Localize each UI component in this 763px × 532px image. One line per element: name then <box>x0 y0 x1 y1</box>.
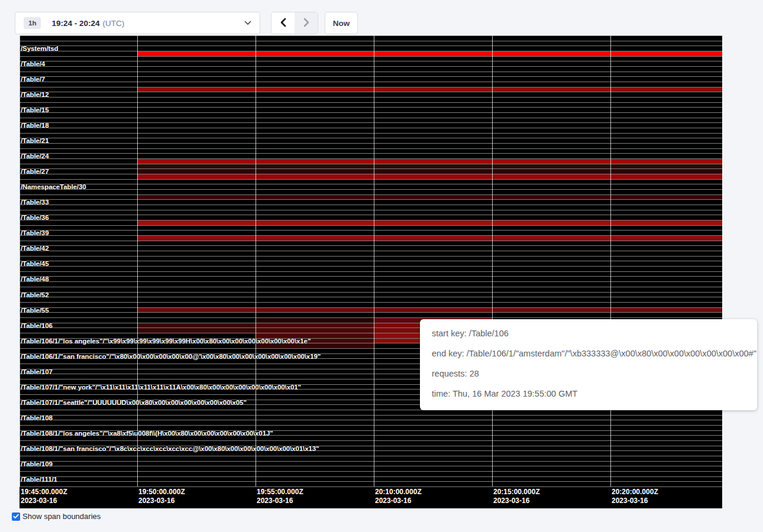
axis-time: 19:55:00.000Z <box>257 488 303 497</box>
tooltip-end-key: end key: /Table/106/1/"amsterdam"/"\xb33… <box>432 348 745 360</box>
row-label: /Table/42 <box>21 245 49 252</box>
span-boundary-line <box>20 112 722 113</box>
key-visualizer-canvas[interactable]: /System/tsd/Table/4/Table/7/Table/12/Tab… <box>20 35 722 508</box>
span-boundary-line <box>20 486 722 487</box>
span-boundary-line <box>20 164 722 164</box>
row-label: /Table/109 <box>21 460 53 468</box>
span-boundary-line <box>20 440 722 441</box>
span-boundary-line <box>20 292 722 293</box>
row-label: /Table/27 <box>21 168 49 176</box>
heatmap-band[interactable] <box>137 236 722 241</box>
span-boundary-line <box>20 317 722 318</box>
span-boundary-line <box>20 251 722 251</box>
time-axis-label: 20:15:00.000Z2023-03-16 <box>493 488 540 505</box>
time-range-select[interactable]: 1h 19:24 - 20:24 (UTC) <box>15 12 260 34</box>
span-boundary-line <box>20 215 722 215</box>
chevron-down-icon <box>244 21 251 25</box>
span-boundary-line <box>20 102 722 103</box>
span-boundary-line <box>20 415 722 416</box>
heatmap-band[interactable] <box>256 328 374 333</box>
row-label: /Table/107/1/"new york"/"\x11\x11\x11\x1… <box>21 384 301 391</box>
footer: Show span boundaries <box>12 512 101 521</box>
row-label: /Table/15 <box>21 106 49 114</box>
column-gridline <box>20 35 20 486</box>
row-label: /Table/108 <box>21 414 53 422</box>
heatmap-band[interactable] <box>137 159 722 164</box>
axis-date: 2023-03-16 <box>612 497 658 505</box>
span-boundary-line <box>20 225 722 226</box>
row-label: /Table/24 <box>21 153 49 160</box>
span-boundary-line <box>20 194 722 195</box>
span-boundary-line <box>20 61 722 61</box>
span-boundary-line <box>20 256 722 257</box>
row-label: /Table/18 <box>21 122 49 129</box>
chevron-left-icon <box>280 18 287 29</box>
hover-tooltip: start key: /Table/106 end key: /Table/10… <box>420 319 757 410</box>
span-boundary-line <box>20 46 722 46</box>
span-boundary-line <box>20 281 722 282</box>
heatmap-band[interactable] <box>137 174 722 179</box>
span-boundary-line <box>20 461 722 462</box>
axis-time: 19:50:00.000Z <box>138 488 185 497</box>
span-boundary-line <box>20 481 722 482</box>
heatmap-band[interactable] <box>137 87 722 92</box>
axis-date: 2023-03-16 <box>21 497 67 505</box>
span-boundary-line <box>20 184 722 184</box>
column-gridline <box>374 35 374 486</box>
chevron-right-icon <box>303 18 310 29</box>
span-boundary-line <box>20 87 722 87</box>
span-boundary-line <box>20 189 722 190</box>
heatmap-band[interactable] <box>137 328 256 333</box>
span-boundary-line <box>20 235 722 236</box>
span-boundary-line <box>20 261 722 261</box>
row-label: /Table/107 <box>21 368 53 376</box>
now-button[interactable]: Now <box>325 12 358 34</box>
tooltip-start-key: start key: /Table/106 <box>432 327 745 340</box>
heatmap-band[interactable] <box>256 323 374 328</box>
duration-badge: 1h <box>24 17 41 29</box>
row-label: /Table/45 <box>21 260 49 268</box>
span-boundary-line <box>20 266 722 267</box>
time-axis-label: 19:45:00.000Z2023-03-16 <box>21 488 67 505</box>
span-boundary-line <box>20 72 722 72</box>
span-boundary-line <box>20 205 722 205</box>
column-gridline <box>256 35 256 486</box>
span-boundary-line <box>20 271 722 272</box>
span-boundary-line <box>20 51 722 51</box>
span-boundary-line <box>20 471 722 472</box>
row-label: /Table/33 <box>21 199 49 206</box>
row-label: /Table/108/1/"san francisco"/"\x8c\xcc\x… <box>21 445 319 453</box>
span-boundary-line <box>20 456 722 456</box>
span-boundary-line <box>20 148 722 149</box>
row-label: /Table/39 <box>21 229 49 237</box>
next-time-button[interactable] <box>295 12 318 34</box>
row-label: /Table/107/1/"seattle"/"UUUUUUD\x00\x80\… <box>21 399 247 407</box>
column-gridline <box>137 35 138 486</box>
heatmap-band[interactable] <box>137 164 722 169</box>
axis-time: 20:15:00.000Z <box>493 488 540 497</box>
heatmap-band[interactable] <box>137 169 722 174</box>
span-boundary-line <box>20 174 722 174</box>
heatmap-band[interactable] <box>256 318 374 323</box>
heatmap-band[interactable] <box>137 323 256 328</box>
span-boundary-line <box>20 420 722 420</box>
span-boundary-line <box>20 307 722 308</box>
heatmap-band[interactable] <box>137 51 722 56</box>
prev-time-button[interactable] <box>271 12 295 34</box>
span-boundary-line <box>20 107 722 108</box>
span-boundary-line <box>20 230 722 231</box>
row-label: /Table/106 <box>21 322 53 330</box>
heatmap-band[interactable] <box>137 220 722 225</box>
span-boundary-line <box>20 82 722 82</box>
span-boundary-line <box>20 199 722 200</box>
span-boundary-line <box>20 466 722 466</box>
tooltip-requests: requests: 28 <box>432 368 745 380</box>
span-boundary-line <box>20 302 722 303</box>
heatmap-band[interactable] <box>137 308 722 313</box>
show-span-boundaries-checkbox[interactable] <box>12 512 20 521</box>
axis-time: 19:45:00.000Z <box>21 488 67 497</box>
span-boundary-line <box>20 118 722 118</box>
row-label: /Table/111/1 <box>21 476 57 484</box>
heatmap-band[interactable] <box>137 195 722 200</box>
span-boundary-line <box>20 220 722 220</box>
